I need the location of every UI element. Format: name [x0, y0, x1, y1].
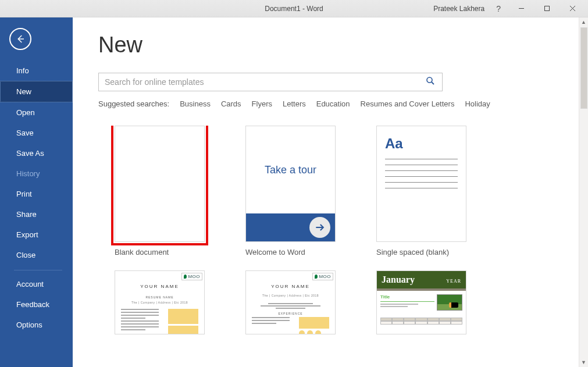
nav-account[interactable]: Account	[0, 274, 73, 294]
calendar-year: YEAR	[446, 279, 461, 284]
template-coverletter-moo[interactable]: MOO YOUR NAME The | Company | Address | …	[245, 270, 336, 334]
thumb-resume2: MOO YOUR NAME The | Company | Address | …	[245, 270, 336, 334]
calendar-month: January	[382, 275, 415, 285]
vertical-scrollbar[interactable]: ▲ ▼	[579, 17, 588, 367]
document-title: Document1 - Word	[265, 5, 323, 13]
aa-icon: Aa	[385, 136, 458, 152]
thumb-blank	[115, 126, 205, 242]
nav-save[interactable]: Save	[0, 123, 73, 143]
template-search[interactable]	[98, 73, 443, 91]
minimize-button[interactable]	[510, 2, 532, 15]
nav-history: History	[0, 163, 73, 184]
svg-point-7	[427, 77, 432, 83]
calendar-title: Title	[380, 294, 434, 302]
back-button[interactable]	[9, 28, 31, 50]
arrow-right-icon	[309, 217, 330, 238]
nav-feedback[interactable]: Feedback	[0, 294, 73, 315]
template-label: Single spaced (blank)	[376, 248, 466, 256]
moo-badge: MOO	[181, 273, 202, 280]
search-icon[interactable]	[422, 74, 439, 90]
nav-print[interactable]: Print	[0, 184, 73, 204]
template-blank-document[interactable]: Blank document	[115, 126, 205, 256]
suggested-education[interactable]: Education	[316, 99, 350, 108]
suggested-letters[interactable]: Letters	[283, 99, 306, 108]
nav-new[interactable]: New	[0, 81, 73, 102]
nav-save-as[interactable]: Save As	[0, 143, 73, 163]
calendar-grid	[380, 318, 462, 325]
thumb-calendar: January YEAR Title	[376, 270, 466, 334]
close-button[interactable]	[561, 2, 583, 15]
moo-badge: MOO	[312, 273, 333, 280]
suggested-flyers[interactable]: Flyers	[252, 99, 272, 108]
backstage-sidebar: Info New Open Save Save As History Print…	[0, 17, 73, 367]
nav-share[interactable]: Share	[0, 204, 73, 225]
maximize-button[interactable]	[536, 2, 558, 15]
help-icon[interactable]: ?	[496, 4, 501, 13]
nav-separator	[14, 270, 62, 270]
nav-close[interactable]: Close	[0, 245, 73, 265]
welcome-text: Take a tour	[246, 126, 335, 213]
template-label: Welcome to Word	[245, 248, 336, 256]
content-pane: ▲ ▼ New Suggested searches: Business Car…	[73, 17, 588, 367]
template-welcome-to-word[interactable]: Take a tour Welcome to Word	[245, 126, 336, 256]
nav-open[interactable]: Open	[0, 102, 73, 123]
svg-rect-3	[544, 6, 549, 11]
suggested-label: Suggested searches:	[98, 99, 169, 108]
svg-line-8	[432, 82, 434, 84]
suggested-resumes[interactable]: Resumes and Cover Letters	[361, 99, 455, 108]
search-input[interactable]	[105, 77, 422, 87]
nav-info[interactable]: Info	[0, 60, 73, 81]
thumb-welcome: Take a tour	[245, 126, 336, 242]
template-calendar[interactable]: January YEAR Title	[376, 270, 466, 334]
page-title: New	[98, 33, 576, 58]
suggested-holiday[interactable]: Holiday	[465, 99, 490, 108]
thumb-resume1: MOO YOUR NAME RESUME NAME The | Company …	[115, 270, 205, 334]
suggested-cards[interactable]: Cards	[221, 99, 241, 108]
calendar-photo-icon	[437, 294, 462, 311]
scrollbar-thumb[interactable]	[580, 27, 587, 109]
template-resume-moo[interactable]: MOO YOUR NAME RESUME NAME The | Company …	[115, 270, 205, 334]
suggested-searches: Suggested searches: Business Cards Flyer…	[98, 99, 576, 108]
template-single-spaced[interactable]: Aa Single spaced (blank)	[376, 126, 466, 256]
nav-options[interactable]: Options	[0, 315, 73, 335]
suggested-business[interactable]: Business	[180, 99, 211, 108]
template-label: Blank document	[115, 248, 205, 256]
scroll-up-icon[interactable]: ▲	[579, 17, 588, 27]
scroll-down-icon[interactable]: ▼	[579, 358, 588, 367]
title-bar: Document1 - Word Prateek Lakhera ?	[0, 0, 588, 17]
thumb-single-spaced: Aa	[376, 126, 466, 242]
nav-export[interactable]: Export	[0, 225, 73, 245]
user-name[interactable]: Prateek Lakhera	[433, 5, 484, 13]
